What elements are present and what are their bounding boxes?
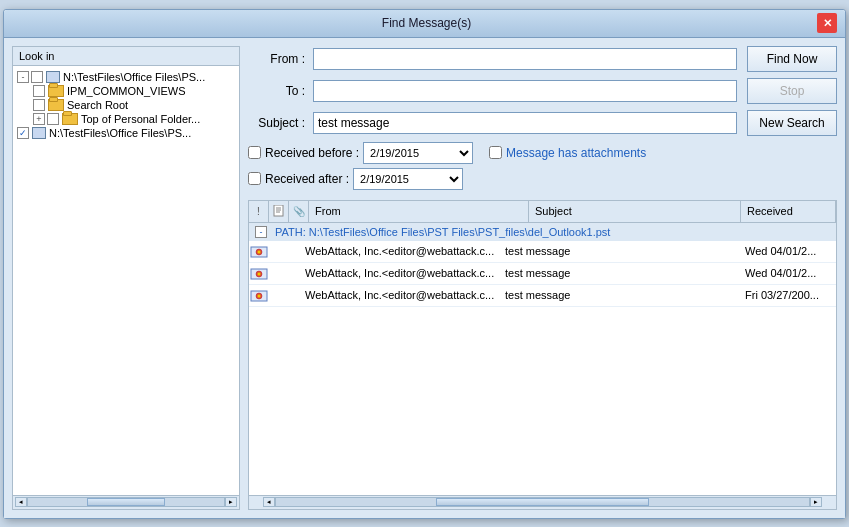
computer-icon-root xyxy=(46,71,60,83)
from-input[interactable] xyxy=(313,48,737,70)
scroll-track[interactable] xyxy=(275,497,810,507)
tree-container[interactable]: - N:\TestFiles\Office Files\PS... IPM_CO… xyxy=(13,66,239,495)
attachments-label: Message has attachments xyxy=(506,146,646,160)
left-scroll-left[interactable]: ◂ xyxy=(15,497,27,507)
btn-panel-new-search: New Search xyxy=(747,110,837,136)
from-label: From : xyxy=(248,52,313,66)
to-row: To : Stop xyxy=(248,78,837,104)
svg-point-6 xyxy=(258,251,261,254)
find-now-button[interactable]: Find Now xyxy=(747,46,837,72)
subject-row: Subject : New Search xyxy=(248,110,837,136)
tree-label-root: N:\TestFiles\Office Files\PS... xyxy=(63,71,205,83)
row-icon-2 xyxy=(249,266,269,280)
subject-label: Subject : xyxy=(248,116,313,130)
row-from-2: WebAttack, Inc.<editor@webattack.c... xyxy=(301,267,501,279)
tree-label-ipm: IPM_COMMON_VIEWS xyxy=(67,85,186,97)
tree-item-search[interactable]: Search Root xyxy=(33,98,235,112)
left-scrollbar[interactable]: ◂ ▸ xyxy=(13,495,239,509)
row-from-1: WebAttack, Inc.<editor@webattack.c... xyxy=(301,245,501,257)
attachments-group: Message has attachments xyxy=(489,146,646,160)
received-before-group: Received before : 2/19/2015 xyxy=(248,142,473,164)
left-scroll-thumb[interactable] xyxy=(87,498,165,506)
table-row[interactable]: WebAttack, Inc.<editor@webattack.c... te… xyxy=(249,241,836,263)
from-row: From : Find Now xyxy=(248,46,837,72)
received-before-checkbox[interactable] xyxy=(248,146,261,159)
tree-label-search: Search Root xyxy=(67,99,128,111)
row-subject-2: test message xyxy=(501,267,741,279)
window-title: Find Message(s) xyxy=(36,16,817,30)
folder-icon-ipm xyxy=(48,85,64,97)
new-search-button[interactable]: New Search xyxy=(747,110,837,136)
received-after-group: Received after : 2/19/2015 xyxy=(248,168,463,190)
received-after-date[interactable]: 2/19/2015 xyxy=(353,168,463,190)
th-col1: ! xyxy=(249,201,269,222)
checkbox-top[interactable] xyxy=(47,113,59,125)
row-icon-3 xyxy=(249,288,269,302)
received-before-date[interactable]: 2/19/2015 xyxy=(363,142,473,164)
look-in-label: Look in xyxy=(13,47,239,66)
expand-icon-top[interactable]: + xyxy=(33,113,45,125)
th-from: From xyxy=(309,201,529,222)
results-scrollbar-h[interactable]: ◂ ▸ xyxy=(249,495,836,509)
table-row[interactable]: WebAttack, Inc.<editor@webattack.c... te… xyxy=(249,263,836,285)
scroll-left[interactable]: ◂ xyxy=(263,497,275,507)
row-subject-3: test message xyxy=(501,289,741,301)
received-after-label: Received after : xyxy=(265,172,349,186)
main-window: Find Message(s) ✕ Look in - N:\TestFiles… xyxy=(3,9,846,519)
th-col3: 📎 xyxy=(289,201,309,222)
subject-input[interactable] xyxy=(313,112,737,134)
to-input[interactable] xyxy=(313,80,737,102)
options-row-after: Received after : 2/19/2015 xyxy=(248,168,837,190)
tree-item-files[interactable]: ✓ N:\TestFiles\Office Files\PS... xyxy=(17,126,235,140)
tree-item-root[interactable]: - N:\TestFiles\Office Files\PS... xyxy=(17,70,235,84)
tree-label-top: Top of Personal Folder... xyxy=(81,113,200,125)
table-header: ! 📎 From Subject Received xyxy=(249,201,836,223)
left-panel: Look in - N:\TestFiles\Office Files\PS..… xyxy=(12,46,240,510)
left-scroll-right[interactable]: ▸ xyxy=(225,497,237,507)
row-from-3: WebAttack, Inc.<editor@webattack.c... xyxy=(301,289,501,301)
tree-item-top[interactable]: + Top of Personal Folder... xyxy=(33,112,235,126)
checkbox-files[interactable]: ✓ xyxy=(17,127,29,139)
title-bar: Find Message(s) ✕ xyxy=(4,10,845,38)
row-received-1: Wed 04/01/2... xyxy=(741,245,836,257)
left-scroll-track[interactable] xyxy=(27,497,225,507)
expand-icon-root[interactable]: - xyxy=(17,71,29,83)
received-after-checkbox[interactable] xyxy=(248,172,261,185)
svg-point-12 xyxy=(258,295,261,298)
btn-panel: Find Now xyxy=(747,46,837,72)
folder-icon-search xyxy=(48,99,64,111)
row-received-3: Fri 03/27/200... xyxy=(741,289,836,301)
th-received: Received xyxy=(741,201,836,222)
tree-label-files: N:\TestFiles\Office Files\PS... xyxy=(49,127,191,139)
table-row[interactable]: WebAttack, Inc.<editor@webattack.c... te… xyxy=(249,285,836,307)
scroll-thumb[interactable] xyxy=(436,498,649,506)
stop-button[interactable]: Stop xyxy=(747,78,837,104)
svg-point-9 xyxy=(258,273,261,276)
options-row-before: Received before : 2/19/2015 Message has … xyxy=(248,142,837,164)
th-subject: Subject xyxy=(529,201,741,222)
received-before-label: Received before : xyxy=(265,146,359,160)
checkbox-search[interactable] xyxy=(33,99,45,111)
row-received-2: Wed 04/01/2... xyxy=(741,267,836,279)
row-subject-1: test message xyxy=(501,245,741,257)
close-button[interactable]: ✕ xyxy=(817,13,837,33)
form-section: From : Find Now To : Stop xyxy=(248,46,837,194)
btn-panel-stop: Stop xyxy=(747,78,837,104)
tree-item-ipm[interactable]: IPM_COMMON_VIEWS xyxy=(33,84,235,98)
path-row: - PATH: N:\TestFiles\Office Files\PST Fi… xyxy=(249,223,836,241)
table-body[interactable]: - PATH: N:\TestFiles\Office Files\PST Fi… xyxy=(249,223,836,495)
checkbox-ipm[interactable] xyxy=(33,85,45,97)
checkbox-root[interactable] xyxy=(31,71,43,83)
right-panel: From : Find Now To : Stop xyxy=(248,46,837,510)
window-body: Look in - N:\TestFiles\Office Files\PS..… xyxy=(4,38,845,518)
row-icon-1 xyxy=(249,244,269,258)
results-table: ! 📎 From Subject Received - PATH: N:\Tes… xyxy=(248,200,837,510)
attachments-checkbox[interactable] xyxy=(489,146,502,159)
to-label: To : xyxy=(248,84,313,98)
path-minus-icon[interactable]: - xyxy=(255,226,267,238)
folder-icon-top xyxy=(62,113,78,125)
scroll-right[interactable]: ▸ xyxy=(810,497,822,507)
th-col2 xyxy=(269,201,289,222)
path-text: PATH: N:\TestFiles\Office Files\PST File… xyxy=(275,226,610,238)
computer-icon-files xyxy=(32,127,46,139)
